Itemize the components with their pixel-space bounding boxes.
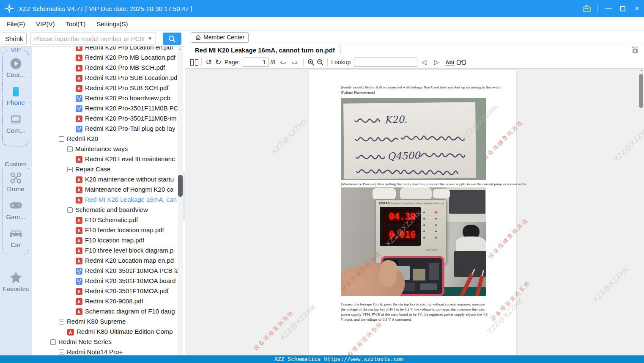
- close-button[interactable]: ×: [630, 0, 644, 17]
- shrink-button[interactable]: Shrink: [2, 33, 27, 44]
- page-number-input[interactable]: [243, 58, 269, 67]
- tree-file[interactable]: Schematic diagram of F10 daug: [32, 306, 189, 316]
- tree-file[interactable]: Redmi K20 Pro SUB Location.pdf: [32, 73, 189, 83]
- tree-file[interactable]: Red MI K20 Leakage 16mA, can: [32, 195, 189, 205]
- tree-file[interactable]: Redmi K20 Pro boardview.pcb: [32, 93, 189, 103]
- rotate-left-icon[interactable]: ↺: [204, 57, 214, 68]
- tree-scrollbar-thumb[interactable]: [178, 175, 183, 197]
- pdf-viewer[interactable]: [Faulty model] Redmi K20 is connected wi…: [185, 69, 644, 355]
- tree-node[interactable]: Repair Case: [32, 164, 189, 174]
- tree-file[interactable]: Redmi K20 Level III maintenanc: [32, 154, 189, 164]
- search-button[interactable]: [163, 33, 181, 45]
- tree-node[interactable]: Redmi Note14 Pro+: [32, 347, 189, 355]
- rotate-right-icon[interactable]: ↻: [214, 57, 223, 68]
- tree-file[interactable]: Redmi K80 Ultimate Edition Comp: [32, 327, 189, 337]
- viewer-scrollbar-thumb[interactable]: [639, 74, 643, 108]
- tree-file[interactable]: F10 fender location map.pdf: [32, 225, 189, 235]
- tree-node[interactable]: Redmi K80 Supreme: [32, 316, 189, 327]
- collapse-toggle-icon[interactable]: [50, 339, 56, 345]
- tree-file[interactable]: Redmi K20 Location map en.pd: [32, 256, 189, 266]
- member-center-button[interactable]: Member Center: [191, 32, 249, 43]
- tree-item-label: Redmi K80 Ultimate Edition Comp: [77, 327, 173, 337]
- pdf-file-icon: [76, 298, 82, 305]
- binoculars-search-icon[interactable]: [457, 57, 466, 68]
- tree-file[interactable]: K20 maintenance without startu: [32, 174, 189, 184]
- tree-file[interactable]: Redmi K20-3501F10MOA.pdf: [32, 286, 189, 296]
- tree-item-label: Redmi K20-3501F10MOA board: [85, 276, 175, 286]
- tree-file[interactable]: F10 location map.pdf: [32, 235, 189, 245]
- sidebar-item-gam[interactable]: Gam...: [3, 198, 29, 220]
- maximize-button[interactable]: [615, 0, 630, 17]
- psu-memory-led: M4: [435, 228, 441, 234]
- psu-memory-led: M5: [435, 234, 441, 241]
- tree-file[interactable]: Redmi K20 Pro-3501F11M0B PC: [32, 103, 189, 113]
- tree-scrollbar[interactable]: [178, 47, 183, 355]
- sidebar-item-cour[interactable]: Cour...: [3, 56, 29, 78]
- tree-item-label: Redmi K20 Pro Location en.pdf: [85, 47, 173, 52]
- sidebar-item-label: Car: [3, 241, 29, 248]
- laptop-icon: [3, 112, 29, 126]
- tree-item-label: Redmi K20-3501F10MOA PCB la: [85, 266, 179, 276]
- menu-file[interactable]: File(F): [7, 20, 25, 28]
- collapse-toggle-icon[interactable]: [67, 207, 73, 213]
- tree-file[interactable]: Redmi K20-3501F10MOA PCB la: [32, 266, 189, 276]
- text-select-icon[interactable]: Abi: [445, 59, 455, 66]
- tree-node[interactable]: Schematic and boardview: [32, 205, 189, 215]
- tree-file[interactable]: Redmi K20-9008.pdf: [32, 296, 189, 306]
- pdf-file-icon: [67, 328, 74, 335]
- svg-text:Q4500: Q4500: [387, 150, 422, 162]
- find-previous-icon[interactable]: ◁: [419, 57, 428, 68]
- lookup-input[interactable]: [354, 58, 417, 67]
- tree-file[interactable]: Redmi K20 Pro Location en.pdf: [32, 47, 189, 52]
- collapse-toggle-icon[interactable]: [59, 136, 64, 142]
- tree-node[interactable]: Redmi K20: [32, 134, 189, 144]
- next-page-icon[interactable]: ⇨: [290, 57, 299, 68]
- psu-status-led: C.C: [423, 222, 432, 228]
- viewer-scroll-up-icon[interactable]: ⌃: [640, 69, 643, 74]
- menu-tool[interactable]: Tool(T): [66, 20, 86, 28]
- collapse-toggle-icon[interactable]: [67, 167, 73, 172]
- tree-file[interactable]: Redmi K20 Pro-3501F11M0B-im: [32, 113, 189, 124]
- collapse-toggle-icon[interactable]: [67, 146, 73, 152]
- gamepad-icon: [3, 198, 29, 213]
- tree-file[interactable]: Redmi K20 Pro-Tail plug pcb lay: [32, 124, 189, 134]
- tree-node[interactable]: Redmi Note Series: [32, 337, 189, 347]
- member-center-label: Member Center: [203, 34, 244, 41]
- tree-file[interactable]: Redmi K20-3501F10MOA board: [32, 276, 189, 286]
- file-tree: Redmi K20 Pro Location en.pdfRedmi K20 P…: [32, 47, 189, 355]
- sidebar-item-car[interactable]: Car: [3, 226, 29, 248]
- tree-file[interactable]: Redmi K20 Pro MB SCH.pdf: [32, 63, 189, 73]
- tree-file[interactable]: Redmi K20 Pro MB Location.pdf: [32, 52, 189, 63]
- tree-file[interactable]: Redmi K20 Pro SUB SCH.pdf: [32, 83, 189, 93]
- sidebar-item-phone[interactable]: Phone: [3, 84, 29, 106]
- tree-item-label: Redmi K20 Pro-Tail plug pcb lay: [85, 124, 175, 134]
- model-search-input[interactable]: [30, 33, 156, 44]
- tree-node[interactable]: Maintenance ways: [32, 144, 189, 154]
- collapse-toggle-icon[interactable]: [59, 349, 64, 355]
- sidebar-item-com[interactable]: Com...: [3, 112, 29, 134]
- close-all-tabs-icon[interactable]: [631, 47, 639, 55]
- tree-item-label: Repair Case: [75, 164, 110, 174]
- zoom-out-icon[interactable]: [315, 57, 325, 68]
- tree-item-label: Schematic and boardview: [75, 205, 148, 215]
- collapse-toggle-icon[interactable]: [59, 319, 64, 324]
- zoom-in-icon[interactable]: [306, 57, 315, 68]
- menu-settings[interactable]: Settings(S): [96, 20, 128, 28]
- pcb-file-icon: [76, 278, 82, 284]
- menu-vip[interactable]: VIP(V): [36, 20, 55, 28]
- sidebar-item-drone[interactable]: Drone: [3, 170, 29, 192]
- minimize-button[interactable]: —: [601, 0, 615, 17]
- active-document-tab[interactable]: Red MI K20 Leakage 16mA, cannot turn on.…: [195, 47, 335, 54]
- previous-page-icon[interactable]: ⇦: [278, 57, 288, 68]
- sidebar-item-favorites[interactable]: Favorites: [0, 270, 32, 292]
- tree-item-label: Redmi K20 Pro boardview.pcb: [85, 93, 170, 103]
- tree-file[interactable]: F10 three level block diagram.p: [32, 245, 189, 256]
- find-next-icon[interactable]: ▷: [432, 57, 441, 68]
- tree-file[interactable]: Maintenance of Hongmi K20 ca: [32, 184, 189, 195]
- tree-file[interactable]: F10 Schematic.pdf: [32, 215, 189, 225]
- tree-item-label: F10 Schematic.pdf: [85, 215, 138, 225]
- tree-scroll-up-icon[interactable]: ⌃: [178, 48, 182, 52]
- briefcase-icon[interactable]: [579, 0, 594, 17]
- play-circle-icon: [3, 56, 29, 71]
- two-page-view-icon[interactable]: [189, 57, 199, 68]
